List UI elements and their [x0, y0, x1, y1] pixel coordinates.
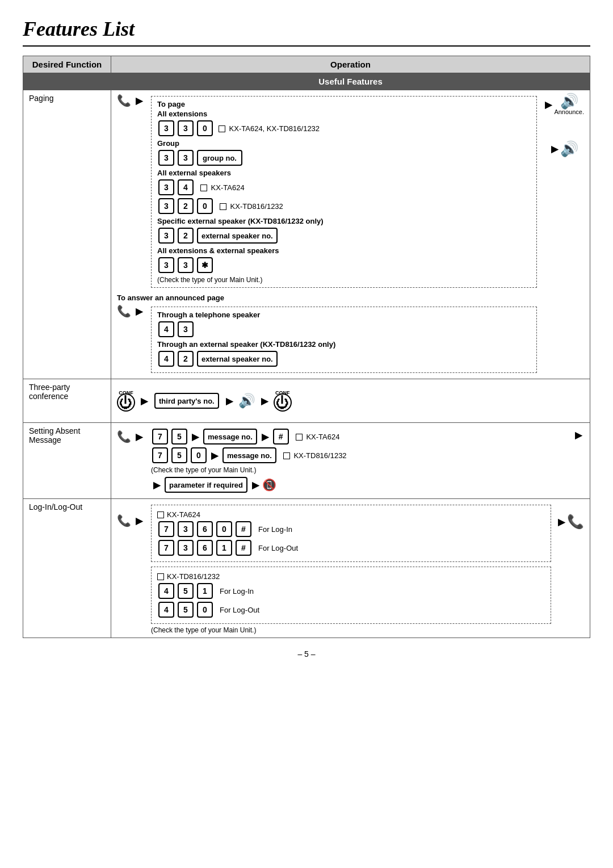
- subheader-useful: Useful Features: [111, 73, 590, 90]
- col-header-desired: Desired Function: [23, 56, 111, 73]
- table-row: Log-In/Log-Out 📞 ▶ KX-TA624: [23, 499, 590, 638]
- operation-conference: CONF ⏻ ▶ third party's no. ▶ 🔊 ▶ CONF ⏻: [111, 379, 590, 423]
- table-row: Three-party conference CONF ⏻ ▶ third pa…: [23, 379, 590, 423]
- page-title: Features List: [23, 17, 590, 41]
- operation-login: 📞 ▶ KX-TA624 7 3 6: [111, 499, 590, 638]
- desired-absent: Setting Absent Message: [23, 423, 111, 499]
- operation-absent: 📞 ▶ 7 5 ▶ message no. ▶ # KX-TA624: [111, 423, 590, 499]
- to-page-label: To page: [157, 100, 531, 108]
- desired-login: Log-In/Log-Out: [23, 499, 111, 638]
- desired-paging: Paging: [23, 90, 111, 379]
- operation-paging: 📞 ▶ To page All extensions 3: [111, 90, 590, 379]
- table-row: Setting Absent Message 📞 ▶ 7 5 ▶ message…: [23, 423, 590, 499]
- page-number: – 5 –: [23, 649, 590, 659]
- table-row: Paging 📞 ▶ To page: [23, 90, 590, 379]
- subheader-blank: [23, 73, 111, 90]
- desired-conference: Three-party conference: [23, 379, 111, 423]
- col-header-operation: Operation: [111, 56, 590, 73]
- features-table: Desired Function Operation Useful Featur…: [23, 56, 590, 638]
